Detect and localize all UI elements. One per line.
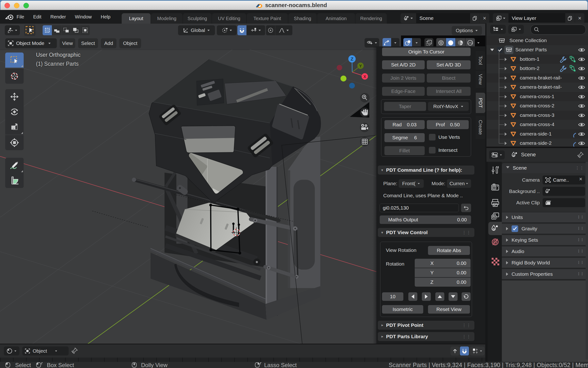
svg-text:X: X xyxy=(363,74,366,79)
svg-text:Z: Z xyxy=(351,56,353,62)
svg-text:Y: Y xyxy=(359,64,362,68)
